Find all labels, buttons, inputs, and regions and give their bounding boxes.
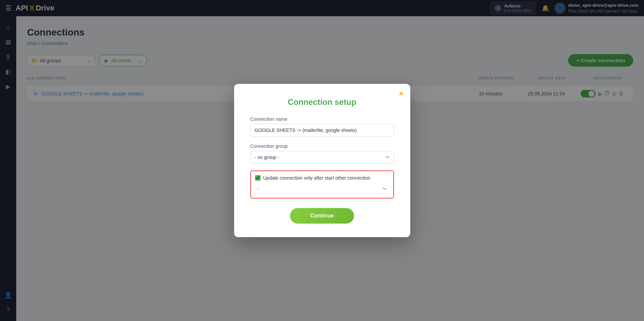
checkbox-section: Update connection only after start other… — [250, 170, 394, 199]
modal: × Connection setup Connection name Conne… — [234, 84, 410, 237]
inner-connection-select[interactable]: - — [255, 184, 389, 194]
checkbox-label: Update connection only after start other… — [263, 175, 371, 181]
modal-close-button[interactable]: × — [399, 89, 403, 98]
connection-name-label: Connection name — [250, 116, 394, 122]
connection-group-select[interactable]: - no group - — [250, 151, 394, 164]
modal-title: Connection setup — [250, 97, 394, 107]
update-after-connection-checkbox[interactable] — [255, 175, 261, 181]
connection-name-input[interactable] — [250, 124, 394, 137]
connection-group-label: Connection group — [250, 143, 394, 149]
checkbox-row: Update connection only after start other… — [255, 175, 389, 181]
continue-button[interactable]: Continue — [290, 208, 354, 224]
modal-overlay: × Connection setup Connection name Conne… — [0, 0, 644, 321]
